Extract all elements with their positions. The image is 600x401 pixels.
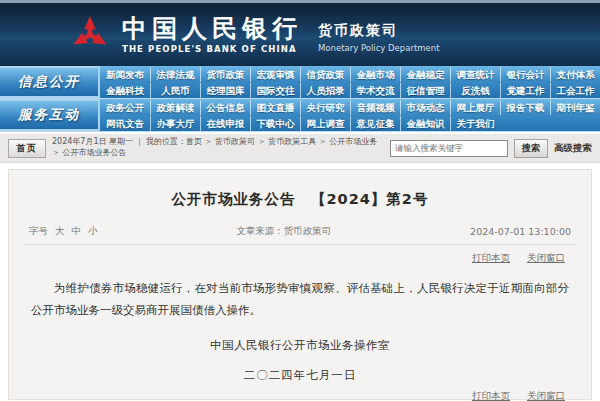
department-block: 货币政策司 Monetary Policy Department (318, 16, 440, 53)
nav-item[interactable]: 征信管理 (400, 83, 450, 98)
nav-services-row1: 政务公开政策解读公告信息图文直播央行研究音频视频市场动态网上展厅报告下载期刊年鉴 (100, 99, 600, 115)
article-datetime: 2024-07-01 13:10:00 (470, 226, 571, 237)
article-signature: 中国人民银行公开市场业务操作室 (9, 338, 591, 353)
nav-item[interactable]: 金融稳定 (400, 67, 450, 82)
article-source: 文章来源：货币政策司 (236, 225, 331, 238)
nav-item[interactable]: 市场动态 (400, 100, 450, 115)
close-window-link-bottom[interactable]: 关闭窗口 (527, 390, 565, 401)
home-button[interactable]: 首页 (8, 139, 46, 158)
font-size-large-button[interactable]: 大 (55, 225, 65, 238)
nav-item[interactable]: 意见征集 (350, 116, 400, 131)
nav-info-row2: 金融科技人民币经理国库国际交往人员招录学术交流征信管理反洗钱党建工作工会工作 (100, 82, 600, 98)
bank-name-en: THE PEOPLE'S BANK OF CHINA (122, 44, 302, 54)
nav-item[interactable]: 宏观审慎 (250, 67, 300, 82)
nav-item[interactable]: 政务公开 (100, 100, 150, 115)
font-size-controls: 字号 大 中 小 (29, 225, 98, 238)
nav-item[interactable]: 学术交流 (350, 83, 400, 98)
print-page-link[interactable]: 打印本页 (472, 252, 510, 263)
nav-item[interactable]: 政策解读 (150, 100, 200, 115)
nav-item[interactable]: 央行研究 (300, 100, 350, 115)
nav-item[interactable]: 音频视频 (350, 100, 400, 115)
nav-item[interactable]: 经理国库 (200, 83, 250, 98)
print-page-link-bottom[interactable]: 打印本页 (472, 390, 510, 401)
nav-item[interactable]: 信贷政策 (300, 67, 350, 82)
search-area: 搜索 高级搜索 (390, 139, 592, 158)
nav-item[interactable]: 法律法规 (150, 67, 200, 82)
nav-item[interactable]: 网上调查 (300, 116, 350, 131)
font-size-small-button[interactable]: 小 (88, 225, 98, 238)
font-size-label: 字号 (29, 225, 48, 238)
article-panel: 公开市场业务公告 【2024】第2号 字号 大 中 小 文章来源：货币政策司 2… (8, 169, 592, 400)
pboc-logo-icon (68, 13, 112, 57)
nav-item[interactable]: 党建工作 (500, 83, 550, 98)
nav-item[interactable]: 下载中心 (250, 116, 300, 131)
nav-item[interactable]: 办事大厅 (150, 116, 200, 131)
nav-item[interactable]: 网上展厅 (450, 100, 500, 115)
search-button[interactable]: 搜索 (514, 139, 548, 158)
nav-section-label-info[interactable]: 信息公开 (0, 66, 100, 98)
breadcrumb-bar: 首页 2024年7月1日 星期一 ｜ 我的位置：首页 ＞ 货币政策司 ＞ 货币政… (0, 132, 600, 163)
page-title: 公开市场业务公告 【2024】第2号 (9, 170, 591, 209)
article-body: 为维护债券市场稳健运行，在对当前市场形势审慎观察、评估基础上，人民银行决定于近期… (31, 277, 569, 322)
nav-info-row1: 新闻发布法律法规货币政策宏观审慎信贷政策金融市场金融稳定调查统计银行会计支付体系 (100, 66, 600, 82)
nav-item[interactable]: 在线申报 (200, 116, 250, 131)
nav-item[interactable]: 工会工作 (550, 83, 600, 98)
nav-item[interactable]: 金融科技 (100, 83, 150, 98)
nav-item[interactable]: 期刊年鉴 (550, 100, 600, 115)
nav-item[interactable]: 公告信息 (200, 100, 250, 115)
nav-item[interactable]: 调查统计 (450, 67, 500, 82)
nav-item[interactable]: 人员招录 (300, 83, 350, 98)
nav-item[interactable]: 国际交往 (250, 83, 300, 98)
breadcrumb[interactable]: 2024年7月1日 星期一 ｜ 我的位置：首页 ＞ 货币政策司 ＞ 货币政策工具… (52, 137, 384, 159)
article-date-cn: 二〇二四年七月一日 (9, 368, 591, 383)
nav-item[interactable]: 金融市场 (350, 67, 400, 82)
nav-item[interactable]: 报告下载 (500, 100, 550, 115)
nav-services: 服务互动 政务公开政策解读公告信息图文直播央行研究音频视频市场动态网上展厅报告下… (0, 99, 600, 132)
bottom-action-links: 打印本页 关闭窗口 (9, 383, 591, 401)
top-action-links: 打印本页 关闭窗口 (9, 245, 591, 265)
nav-item[interactable]: 新闻发布 (100, 67, 150, 82)
search-input[interactable] (390, 140, 508, 157)
nav-item[interactable]: 关于我们 (450, 116, 500, 131)
site-header: 中国人民银行 THE PEOPLE'S BANK OF CHINA 货币政策司 … (0, 0, 600, 66)
nav-item[interactable]: 网讯文告 (100, 116, 150, 131)
nav-item[interactable]: 银行会计 (500, 67, 550, 82)
nav-item[interactable]: 反洗钱 (450, 83, 500, 98)
font-size-medium-button[interactable]: 中 (72, 225, 82, 238)
department-name-en: Monetary Policy Department (318, 43, 440, 53)
nav-item[interactable]: 金融知识 (400, 116, 450, 131)
nav-services-row2: 网讯文告办事大厅在线申报下载中心网上调查意见征集金融知识关于我们 (100, 115, 600, 131)
close-window-link[interactable]: 关闭窗口 (527, 252, 565, 263)
nav-item[interactable]: 支付体系 (550, 67, 600, 82)
advanced-search-link[interactable]: 高级搜索 (554, 142, 592, 155)
bank-name-cn: 中国人民银行 (122, 16, 302, 41)
nav-item[interactable]: 人民币 (150, 83, 200, 98)
nav-info-disclosure: 信息公开 新闻发布法律法规货币政策宏观审慎信贷政策金融市场金融稳定调查统计银行会… (0, 66, 600, 99)
nav-item[interactable]: 货币政策 (200, 67, 250, 82)
department-name-cn: 货币政策司 (318, 22, 440, 40)
nav-section-label-services[interactable]: 服务互动 (0, 99, 100, 131)
nav-item[interactable]: 图文直播 (250, 100, 300, 115)
bank-name-block: 中国人民银行 THE PEOPLE'S BANK OF CHINA (122, 16, 302, 54)
article-meta-row: 字号 大 中 小 文章来源：货币政策司 2024-07-01 13:10:00 (23, 225, 577, 245)
